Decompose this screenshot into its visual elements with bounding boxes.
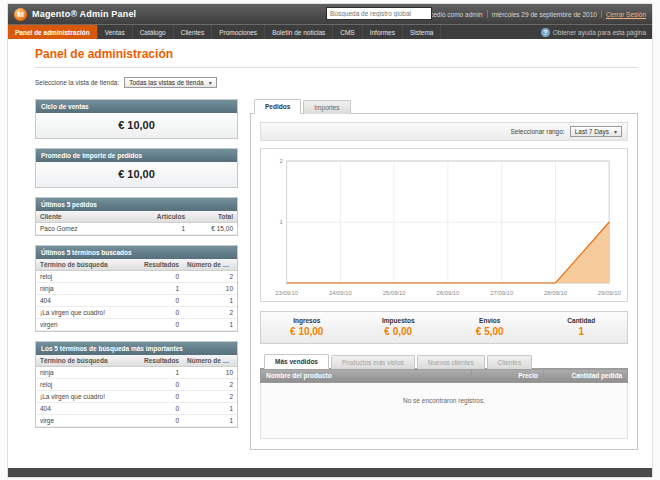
cell-term: 404 (36, 403, 139, 415)
stat-revenue: Ingresos € 10,00 (261, 317, 353, 337)
cell-term: virge (36, 415, 139, 427)
nav-item-dashboard[interactable]: Panel de administración (8, 25, 98, 39)
nav-item-promotions[interactable]: Promociones (212, 25, 265, 39)
help-icon: ? (541, 28, 550, 37)
stat-label: Envíos (444, 317, 536, 324)
column-header: Número de usos (183, 259, 237, 271)
nav-item-sales[interactable]: Ventas (98, 25, 133, 39)
stat-value: € 5,00 (444, 326, 536, 337)
tab-customers[interactable]: Clientes (487, 355, 532, 369)
column-header: Resultados (139, 355, 183, 367)
top-search-terms-table: Término de búsqueda Resultados Número de… (36, 355, 237, 427)
dashboard-left-column: Ciclo de ventas € 10,00 Promedio de impo… (35, 99, 238, 428)
last-search-terms-table: Término de búsqueda Resultados Número de… (36, 259, 237, 331)
store-view-switcher: Seleccione la vista de tienda: Todas las… (35, 77, 638, 88)
magento-logo-icon: M (14, 8, 27, 21)
header-divider (601, 10, 602, 18)
totals-bar: Ingresos € 10,00 Impuestos € 0,00 Envíos… (260, 311, 628, 344)
range-selected-value: Last 7 Days (575, 128, 609, 135)
page-help-link[interactable]: ? Obtener ayuda para esta página (535, 25, 652, 39)
stat-quantity: Cantidad 1 (536, 317, 628, 337)
cell-uses: 2 (183, 271, 237, 283)
chart-container: 23/09/1024/09/1025/09/1026/09/1027/09/10… (260, 148, 628, 302)
table-row[interactable]: ninja 1 10 (36, 283, 237, 295)
current-date-text: miércoles 29 de septiembre de 2010 (492, 11, 597, 18)
dashboard-right-column: Pedidos Importes Seleccionar rango: Last… (250, 99, 638, 450)
cell-uses: 10 (183, 283, 237, 295)
table-row[interactable]: reloj 0 2 (36, 271, 237, 283)
chart-tabs: Pedidos Importes (250, 99, 638, 113)
column-header: Término de búsqueda (36, 259, 139, 271)
range-selector-row: Seleccionar rango: Last 7 Days (260, 122, 628, 141)
table-row[interactable]: virge 0 1 (36, 415, 237, 427)
tab-most-viewed[interactable]: Productos más vistos (331, 355, 415, 369)
tab-amounts[interactable]: Importes (303, 100, 350, 114)
table-row[interactable]: ¡La virgen que cuadro! 0 2 (36, 391, 237, 403)
nav-item-reports[interactable]: Informes (363, 25, 403, 39)
stat-label: Ingresos (261, 317, 353, 324)
table-row[interactable]: 404 0 1 (36, 295, 237, 307)
column-header: Cliente (36, 211, 149, 223)
column-header: Número de usos (183, 355, 237, 367)
table-row[interactable]: 404 0 1 (36, 403, 237, 415)
app-footer (8, 468, 652, 477)
cell-term: ninja (36, 367, 139, 379)
column-header: Cantidad pedida (544, 369, 628, 383)
cell-results: 0 (139, 307, 183, 319)
table-row[interactable]: Paco Gomez 1 € 15,00 (36, 223, 237, 235)
store-view-select[interactable]: Todas las vistas de tienda (124, 77, 216, 88)
magento-admin-app: M Magento® Admin Panel Accedió como admi… (7, 3, 653, 478)
table-header-row: Cliente Artículos Total (36, 211, 237, 223)
cell-uses: 1 (183, 319, 237, 331)
cell-results: 0 (139, 271, 183, 283)
cell-uses: 1 (183, 403, 237, 415)
tab-orders[interactable]: Pedidos (254, 99, 301, 114)
stat-value: 1 (536, 326, 628, 337)
app-title: Magento® Admin Panel (32, 9, 136, 19)
cell-uses: 1 (183, 295, 237, 307)
last-search-terms-title: Últimos 5 términos buscados (36, 246, 237, 259)
stat-label: Impuestos (353, 317, 445, 324)
top-search-terms-title: Los 5 términos de búsqueda más important… (36, 342, 237, 355)
logout-link[interactable]: Cerrar Sesión (606, 11, 646, 18)
cell-results: 1 (139, 283, 183, 295)
nav-item-system[interactable]: Sistema (403, 25, 441, 39)
cell-results: 0 (139, 319, 183, 331)
nav-item-customers[interactable]: Clientes (174, 25, 212, 39)
stat-value: € 10,00 (261, 326, 353, 337)
tab-bestsellers[interactable]: Más vendidos (264, 354, 329, 369)
table-row[interactable]: ninja 1 10 (36, 367, 237, 379)
svg-text:1: 1 (279, 219, 283, 225)
tab-new-customers[interactable]: Nuevos clientes (417, 355, 485, 369)
table-header-row: Nombre del producto Precio Cantidad pedi… (261, 369, 628, 383)
cell-term: reloj (36, 379, 139, 391)
cell-term: ¡La virgen que cuadro! (36, 391, 139, 403)
products-tabs: Más vendidos Productos más vistos Nuevos… (260, 354, 628, 368)
last-orders-table: Cliente Artículos Total Paco Gomez 1 € 1… (36, 211, 237, 235)
range-select[interactable]: Last 7 Days (570, 126, 622, 137)
bestsellers-table: Nombre del producto Precio Cantidad pedi… (260, 368, 628, 439)
store-view-selected-value: Todas las vistas de tienda (129, 79, 203, 86)
title-divider (35, 67, 638, 68)
stat-shipping: Envíos € 5,00 (444, 317, 536, 337)
average-orders-title: Promedio de importe de pedidos (36, 149, 237, 162)
store-view-label: Seleccione la vista de tienda: (35, 79, 119, 86)
nav-item-catalog[interactable]: Catálogo (133, 25, 174, 39)
page-help-label: Obtener ayuda para esta página (553, 29, 646, 36)
cell-total: € 15,00 (189, 223, 237, 235)
global-search-input[interactable] (326, 7, 432, 20)
table-row[interactable]: ¡La virgen que cuadro! 0 2 (36, 307, 237, 319)
table-row[interactable]: reloj 0 2 (36, 379, 237, 391)
empty-records-message: No se encontraron registros. (261, 383, 628, 439)
stat-value: € 0,00 (353, 326, 445, 337)
average-orders-box: Promedio de importe de pedidos € 10,00 (35, 148, 238, 188)
cell-results: 1 (139, 367, 183, 379)
cell-results: 0 (139, 415, 183, 427)
nav-item-cms[interactable]: CMS (333, 25, 362, 39)
cell-items: 1 (149, 223, 189, 235)
cell-uses: 10 (183, 367, 237, 379)
table-row[interactable]: virgen 0 1 (36, 319, 237, 331)
average-orders-value: € 10,00 (36, 162, 237, 187)
cell-term: reloj (36, 271, 139, 283)
nav-item-newsletter[interactable]: Boletín de noticias (265, 25, 333, 39)
